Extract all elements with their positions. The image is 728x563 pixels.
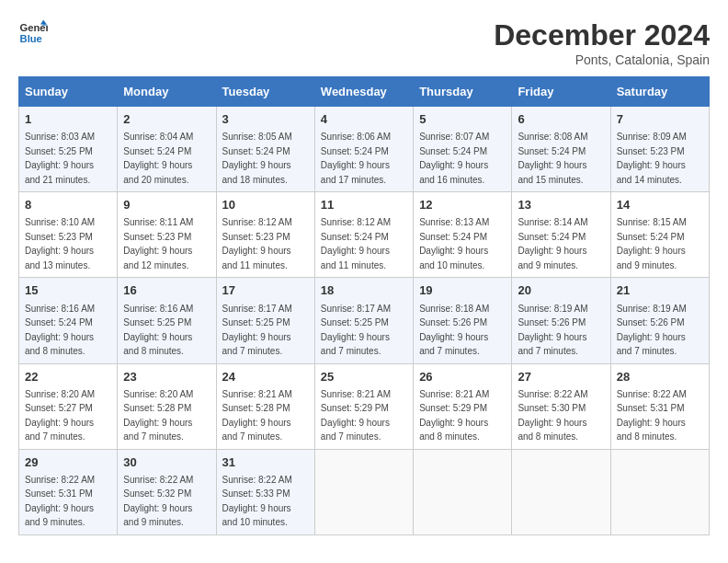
col-monday: Monday <box>118 77 216 107</box>
table-cell: 14Sunrise: 8:15 AMSunset: 5:24 PMDayligh… <box>610 192 709 278</box>
table-cell: 5Sunrise: 8:07 AMSunset: 5:24 PMDaylight… <box>414 107 512 192</box>
table-cell: 27Sunrise: 8:22 AMSunset: 5:30 PMDayligh… <box>512 363 610 449</box>
day-number: 11 <box>321 197 407 213</box>
col-thursday: Thursday <box>414 77 512 107</box>
table-cell: 7Sunrise: 8:09 AMSunset: 5:23 PMDaylight… <box>610 107 709 192</box>
day-number: 15 <box>25 282 111 299</box>
svg-text:Blue: Blue <box>20 33 42 44</box>
day-number: 4 <box>321 111 407 128</box>
table-cell: 3Sunrise: 8:05 AMSunset: 5:24 PMDaylight… <box>216 107 314 192</box>
col-tuesday: Tuesday <box>216 77 314 107</box>
table-cell: 19Sunrise: 8:18 AMSunset: 5:26 PMDayligh… <box>414 278 512 363</box>
table-cell: 24Sunrise: 8:21 AMSunset: 5:28 PMDayligh… <box>216 363 314 449</box>
day-info: Sunrise: 8:08 AMSunset: 5:24 PMDaylight:… <box>518 132 587 185</box>
logo-icon: General Blue <box>18 18 48 48</box>
table-cell <box>512 449 610 534</box>
table-cell <box>314 449 413 534</box>
day-number: 16 <box>123 282 210 299</box>
day-info: Sunrise: 8:05 AMSunset: 5:24 PMDaylight:… <box>222 132 292 185</box>
day-info: Sunrise: 8:21 AMSunset: 5:28 PMDaylight:… <box>222 389 292 442</box>
day-number: 30 <box>123 454 210 471</box>
table-cell: 11Sunrise: 8:12 AMSunset: 5:24 PMDayligh… <box>314 192 413 278</box>
table-cell: 1Sunrise: 8:03 AMSunset: 5:25 PMDaylight… <box>19 107 118 192</box>
day-info: Sunrise: 8:10 AMSunset: 5:23 PMDaylight:… <box>25 217 95 270</box>
table-cell: 10Sunrise: 8:12 AMSunset: 5:23 PMDayligh… <box>216 192 314 278</box>
day-number: 1 <box>25 111 111 128</box>
day-info: Sunrise: 8:21 AMSunset: 5:29 PMDaylight:… <box>321 389 391 442</box>
day-info: Sunrise: 8:17 AMSunset: 5:25 PMDaylight:… <box>321 304 391 357</box>
day-number: 20 <box>518 282 604 299</box>
day-info: Sunrise: 8:22 AMSunset: 5:31 PMDaylight:… <box>617 389 687 442</box>
day-number: 2 <box>123 111 210 128</box>
day-number: 14 <box>617 197 703 213</box>
day-info: Sunrise: 8:17 AMSunset: 5:25 PMDaylight:… <box>222 304 292 357</box>
day-number: 29 <box>25 454 111 471</box>
table-cell <box>610 449 709 534</box>
table-cell: 12Sunrise: 8:13 AMSunset: 5:24 PMDayligh… <box>414 192 512 278</box>
calendar-table: Sunday Monday Tuesday Wednesday Thursday… <box>18 76 710 535</box>
day-info: Sunrise: 8:22 AMSunset: 5:33 PMDaylight:… <box>222 475 292 528</box>
table-cell: 21Sunrise: 8:19 AMSunset: 5:26 PMDayligh… <box>610 278 709 363</box>
table-cell: 31Sunrise: 8:22 AMSunset: 5:33 PMDayligh… <box>216 449 314 534</box>
month-title: December 2024 <box>494 18 710 52</box>
table-cell: 2Sunrise: 8:04 AMSunset: 5:24 PMDaylight… <box>118 107 216 192</box>
day-number: 27 <box>518 369 604 385</box>
day-info: Sunrise: 8:22 AMSunset: 5:30 PMDaylight:… <box>518 389 587 442</box>
day-info: Sunrise: 8:13 AMSunset: 5:24 PMDaylight:… <box>419 217 489 270</box>
day-number: 5 <box>419 111 506 128</box>
day-number: 3 <box>222 111 309 128</box>
day-number: 31 <box>222 454 309 471</box>
day-number: 8 <box>25 197 111 213</box>
col-sunday: Sunday <box>19 77 118 107</box>
table-cell: 8Sunrise: 8:10 AMSunset: 5:23 PMDaylight… <box>19 192 118 278</box>
day-number: 24 <box>222 369 309 385</box>
day-info: Sunrise: 8:11 AMSunset: 5:23 PMDaylight:… <box>123 217 193 270</box>
day-number: 19 <box>419 282 506 299</box>
day-number: 21 <box>617 282 703 299</box>
page-header: General Blue December 2024 Ponts, Catalo… <box>18 18 710 67</box>
col-friday: Friday <box>512 77 610 107</box>
calendar-row: 8Sunrise: 8:10 AMSunset: 5:23 PMDaylight… <box>19 192 710 278</box>
calendar-row: 1Sunrise: 8:03 AMSunset: 5:25 PMDaylight… <box>19 107 710 192</box>
day-number: 10 <box>222 197 309 213</box>
day-info: Sunrise: 8:20 AMSunset: 5:28 PMDaylight:… <box>123 389 193 442</box>
logo: General Blue <box>18 18 48 48</box>
day-info: Sunrise: 8:12 AMSunset: 5:24 PMDaylight:… <box>321 217 391 270</box>
calendar-row: 15Sunrise: 8:16 AMSunset: 5:24 PMDayligh… <box>19 278 710 363</box>
table-cell: 20Sunrise: 8:19 AMSunset: 5:26 PMDayligh… <box>512 278 610 363</box>
day-number: 12 <box>419 197 506 213</box>
day-info: Sunrise: 8:14 AMSunset: 5:24 PMDaylight:… <box>518 217 587 270</box>
day-info: Sunrise: 8:03 AMSunset: 5:25 PMDaylight:… <box>25 132 95 185</box>
day-info: Sunrise: 8:22 AMSunset: 5:31 PMDaylight:… <box>25 475 95 528</box>
header-row: Sunday Monday Tuesday Wednesday Thursday… <box>19 77 710 107</box>
table-cell: 22Sunrise: 8:20 AMSunset: 5:27 PMDayligh… <box>19 363 118 449</box>
day-info: Sunrise: 8:09 AMSunset: 5:23 PMDaylight:… <box>617 132 687 185</box>
col-saturday: Saturday <box>610 77 709 107</box>
title-block: December 2024 Ponts, Catalonia, Spain <box>494 18 710 67</box>
day-info: Sunrise: 8:06 AMSunset: 5:24 PMDaylight:… <box>321 132 391 185</box>
day-number: 7 <box>617 111 703 128</box>
day-number: 26 <box>419 369 506 385</box>
day-info: Sunrise: 8:15 AMSunset: 5:24 PMDaylight:… <box>617 217 687 270</box>
day-info: Sunrise: 8:19 AMSunset: 5:26 PMDaylight:… <box>617 304 687 357</box>
day-number: 25 <box>321 369 407 385</box>
table-cell: 18Sunrise: 8:17 AMSunset: 5:25 PMDayligh… <box>314 278 413 363</box>
day-number: 9 <box>123 197 210 213</box>
day-info: Sunrise: 8:04 AMSunset: 5:24 PMDaylight:… <box>123 132 193 185</box>
table-cell: 30Sunrise: 8:22 AMSunset: 5:32 PMDayligh… <box>118 449 216 534</box>
day-number: 28 <box>617 369 703 385</box>
table-cell: 6Sunrise: 8:08 AMSunset: 5:24 PMDaylight… <box>512 107 610 192</box>
table-cell: 26Sunrise: 8:21 AMSunset: 5:29 PMDayligh… <box>414 363 512 449</box>
day-number: 6 <box>518 111 604 128</box>
day-number: 17 <box>222 282 309 299</box>
day-info: Sunrise: 8:19 AMSunset: 5:26 PMDaylight:… <box>518 304 587 357</box>
table-cell <box>414 449 512 534</box>
location: Ponts, Catalonia, Spain <box>494 52 710 67</box>
day-info: Sunrise: 8:21 AMSunset: 5:29 PMDaylight:… <box>419 389 489 442</box>
table-cell: 4Sunrise: 8:06 AMSunset: 5:24 PMDaylight… <box>314 107 413 192</box>
table-cell: 28Sunrise: 8:22 AMSunset: 5:31 PMDayligh… <box>610 363 709 449</box>
day-info: Sunrise: 8:20 AMSunset: 5:27 PMDaylight:… <box>25 389 95 442</box>
table-cell: 29Sunrise: 8:22 AMSunset: 5:31 PMDayligh… <box>19 449 118 534</box>
day-info: Sunrise: 8:16 AMSunset: 5:24 PMDaylight:… <box>25 304 95 357</box>
day-info: Sunrise: 8:07 AMSunset: 5:24 PMDaylight:… <box>419 132 489 185</box>
